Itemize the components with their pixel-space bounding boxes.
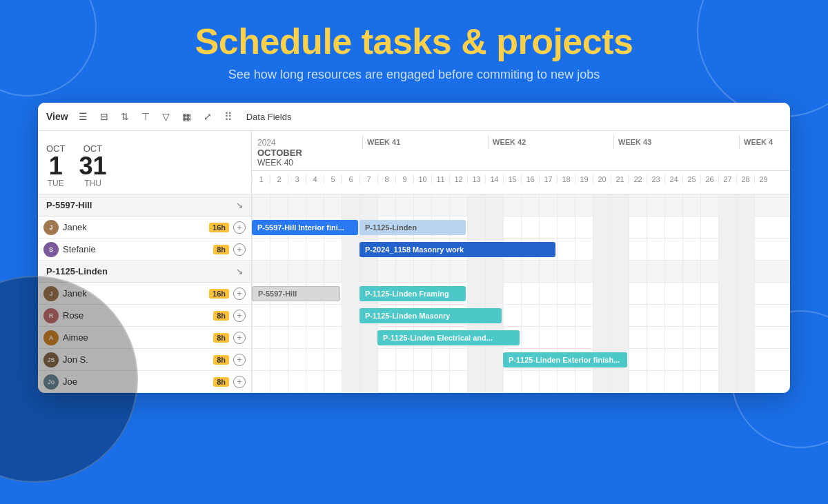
day-cell [718, 283, 736, 305]
day-cell [718, 261, 736, 283]
data-fields-button[interactable]: Data Fields [241, 110, 297, 124]
columns-icon[interactable]: ⊟ [96, 108, 112, 125]
day-number: 4 [306, 175, 324, 183]
day-cell [682, 283, 700, 305]
funnel-icon[interactable]: ⊤ [137, 108, 154, 125]
add-resource-button[interactable]: + [233, 332, 246, 344]
day-cell [736, 305, 754, 327]
day-cell [754, 283, 772, 305]
day-cell [593, 216, 611, 239]
day-cell [288, 261, 306, 283]
day-cell [629, 216, 647, 239]
menu-icon[interactable]: ☰ [75, 108, 92, 125]
gantt-resource-row: P-5597-Hill Interior fini...P-1125-Linde… [252, 216, 790, 239]
gantt-resource-row: P-5597-HillP-1125-Linden Framing [252, 283, 790, 305]
day-cell [359, 349, 377, 371]
date-block-1: OCT 1 TUE [46, 143, 65, 188]
day-cell [485, 371, 503, 393]
day-cell [736, 349, 754, 371]
week42-label: WEEK 42 [488, 135, 613, 149]
gantt-bar[interactable]: P-5597-Hill [252, 286, 340, 301]
day-cell [431, 261, 449, 283]
day-cell [736, 216, 754, 239]
project-name: P-1125-Linden [46, 266, 108, 276]
day-cell [485, 216, 503, 239]
day-cell [539, 194, 557, 216]
day-cell [503, 371, 521, 393]
day-number: 5 [324, 175, 342, 183]
day-number: 14 [485, 175, 503, 183]
day-cell [629, 194, 647, 216]
day-cell [736, 283, 754, 305]
day-cell [449, 371, 467, 393]
project-name: P-5597-Hill [46, 200, 92, 210]
day-cell [521, 216, 539, 239]
day-cell [431, 371, 449, 393]
filter-icon[interactable]: ▽ [158, 108, 175, 125]
add-resource-button[interactable]: + [233, 376, 246, 388]
sort-icon[interactable]: ⇅ [117, 108, 133, 125]
day-cell [521, 327, 539, 349]
day-number: 17 [539, 175, 557, 183]
day-cell [664, 371, 682, 393]
day-cell [611, 283, 629, 305]
gantt-bar[interactable]: P-1125-Linden Electrical and... [377, 330, 520, 345]
day-number: 26 [700, 175, 718, 183]
day-cell [359, 194, 377, 216]
gantt-bar[interactable]: P-1125-Linden Framing [359, 286, 466, 301]
grid-icon[interactable]: ⠿ [220, 108, 237, 125]
project-row[interactable]: P-5597-Hill ↘ [38, 194, 251, 216]
expand-icon[interactable]: ⤢ [199, 108, 216, 125]
day-cell [521, 261, 539, 283]
day-cell [288, 327, 306, 349]
day-cell [521, 194, 539, 216]
day-cell [288, 371, 306, 393]
hours-badge: 8h [213, 377, 229, 387]
day-cell [647, 261, 664, 283]
add-resource-button[interactable]: + [233, 354, 246, 366]
gantt-resource-row [252, 371, 790, 393]
day-number: 29 [754, 175, 772, 183]
add-resource-button[interactable]: + [233, 243, 246, 256]
day-cell [647, 239, 664, 261]
resource-name: Joe [63, 376, 209, 387]
day-cell [252, 371, 270, 393]
day-cell [593, 239, 611, 261]
day-cell [682, 327, 700, 349]
gantt-bar[interactable]: P-1125-Linden Masonry [359, 308, 502, 323]
day-cell [754, 261, 772, 283]
day-cell [647, 371, 664, 393]
day-number: 2 [270, 175, 288, 183]
gantt-bar[interactable]: P-2024_1158 Masonry work [359, 242, 555, 257]
calendar-icon[interactable]: ▦ [179, 108, 195, 125]
year-info: 2024 OCTOBER WEEK 40 [252, 135, 362, 170]
expand-icon: ↘ [236, 267, 243, 276]
day-cell [629, 349, 647, 371]
day-cell [718, 349, 736, 371]
day-cell [664, 327, 682, 349]
day-number: 7 [359, 175, 377, 183]
day-cell [700, 371, 718, 393]
add-resource-button[interactable]: + [233, 221, 246, 234]
day-cell [503, 305, 521, 327]
add-resource-button[interactable]: + [233, 310, 246, 322]
gantt-bar[interactable]: P-1125-Linden [359, 220, 466, 235]
add-resource-button[interactable]: + [233, 288, 246, 300]
day-cell [288, 194, 306, 216]
day-cell [324, 349, 342, 371]
resource-name: Stefanie [63, 244, 209, 254]
day-cell [700, 327, 718, 349]
day-cell [611, 305, 629, 327]
gantt-bar[interactable]: P-5597-Hill Interior fini... [252, 220, 358, 235]
day-cell [682, 371, 700, 393]
day-cell [682, 305, 700, 327]
day-cell [575, 283, 593, 305]
resource-name: Jon S. [63, 354, 209, 365]
day-cell [252, 305, 270, 327]
project-row[interactable]: P-1125-Linden ↘ [38, 261, 251, 283]
day-cell [736, 194, 754, 216]
day-cell [700, 349, 718, 371]
day-cell [754, 239, 772, 261]
gantt-bar[interactable]: P-1125-Linden Exterior finish... [503, 352, 627, 367]
avatar: J [43, 286, 59, 301]
